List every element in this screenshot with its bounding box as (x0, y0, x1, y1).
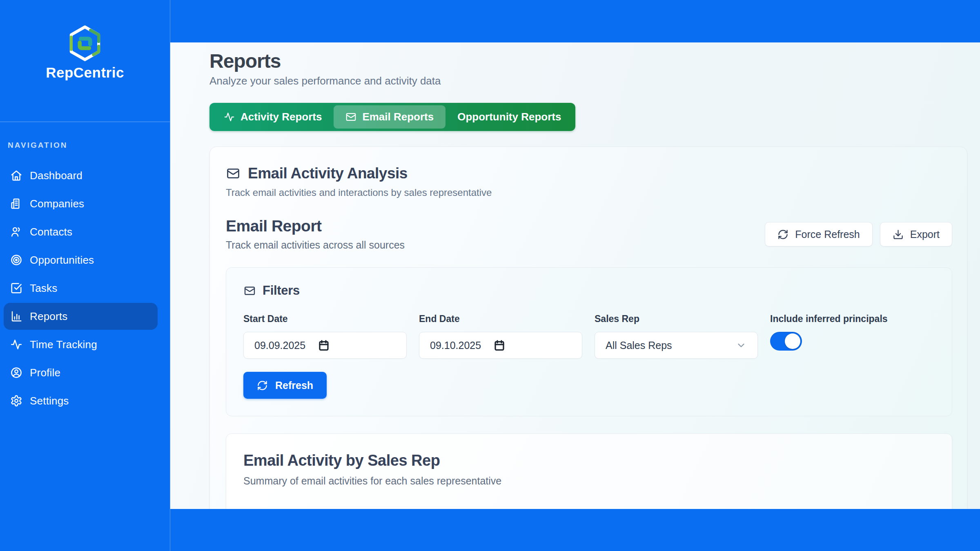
activity-icon (10, 338, 22, 351)
email-report-subtitle: Track email activities across all source… (226, 239, 405, 251)
download-icon (893, 229, 904, 240)
check-square-icon (10, 282, 22, 294)
refresh-button[interactable]: Refresh (243, 372, 327, 399)
calendar-icon[interactable] (318, 339, 330, 351)
toggle-knob (785, 333, 800, 349)
end-date-value: 09.10.2025 (430, 340, 481, 351)
nav-item-label: Tasks (30, 282, 57, 295)
tab-email-reports[interactable]: Email Reports (334, 105, 445, 129)
email-activity-by-rep-card: Email Activity by Sales Rep Summary of e… (226, 433, 952, 509)
email-activity-by-rep-subtitle: Summary of email activities for each sal… (243, 475, 935, 487)
email-analysis-title: Email Activity Analysis (248, 165, 408, 182)
refresh-label: Refresh (275, 380, 313, 391)
end-date-field: End Date 09.10.2025 (419, 313, 582, 359)
include-inferred-principals-toggle[interactable] (770, 332, 802, 351)
end-date-label: End Date (419, 313, 582, 324)
email-report-heading: Email Report Track email activities acro… (226, 217, 405, 251)
refresh-icon (777, 229, 788, 240)
nav-item-label: Profile (30, 367, 60, 379)
refresh-icon (257, 380, 268, 391)
page-subtitle: Analyze your sales performance and activ… (209, 75, 967, 87)
sidebar-divider (0, 122, 170, 122)
main-panel: Reports Analyze your sales performance a… (170, 42, 980, 509)
mail-icon (345, 111, 356, 122)
repcentric-logo-icon (68, 25, 102, 61)
brand-name: RepCentric (46, 64, 124, 81)
nav-section-label: NAVIGATION (0, 141, 170, 150)
sidebar-item-settings[interactable]: Settings (4, 387, 158, 414)
building-icon (10, 198, 22, 210)
start-date-field: Start Date 09.09.2025 (243, 313, 407, 359)
user-circle-icon (10, 367, 22, 379)
sidebar: RepCentric NAVIGATION Dashboard Companie… (0, 0, 170, 551)
chevron-down-icon (735, 340, 747, 351)
mail-icon (226, 167, 241, 180)
export-label: Export (910, 229, 940, 240)
nav-item-label: Companies (30, 198, 84, 210)
sales-rep-select[interactable]: All Sales Reps (595, 332, 758, 359)
sidebar-item-contacts[interactable]: Contacts (4, 218, 158, 245)
include-inferred-field: Include inferred principals (770, 313, 935, 359)
include-inferred-label: Include inferred principals (770, 313, 935, 324)
nav-item-label: Settings (30, 395, 69, 407)
sidebar-item-tasks[interactable]: Tasks (4, 275, 158, 302)
sidebar-item-companies[interactable]: Companies (4, 190, 158, 217)
nav-item-label: Opportunities (30, 254, 94, 267)
start-date-label: Start Date (243, 313, 407, 324)
mail-icon (243, 285, 256, 297)
start-date-input[interactable]: 09.09.2025 (243, 332, 407, 359)
filters-header: Filters (243, 283, 935, 298)
sales-rep-value: All Sales Reps (606, 340, 672, 351)
report-actions: Force Refresh Export (765, 222, 952, 247)
force-refresh-label: Force Refresh (795, 229, 860, 240)
calendar-icon[interactable] (493, 339, 506, 351)
gear-icon (10, 395, 22, 407)
tab-opportunity-reports[interactable]: Opportunity Reports (445, 105, 573, 129)
sidebar-item-time-tracking[interactable]: Time Tracking (4, 331, 158, 358)
export-button[interactable]: Export (880, 222, 952, 247)
force-refresh-button[interactable]: Force Refresh (765, 222, 872, 247)
tab-label: Activity Reports (241, 111, 322, 123)
nav-item-label: Time Tracking (30, 338, 97, 351)
tab-activity-reports[interactable]: Activity Reports (212, 105, 334, 129)
email-report-row: Email Report Track email activities acro… (226, 217, 952, 251)
email-analysis-card: Email Activity Analysis Track email acti… (209, 147, 967, 509)
page-title: Reports (209, 50, 967, 72)
sidebar-item-opportunities[interactable]: Opportunities (4, 247, 158, 273)
email-analysis-subtitle: Track email activities and interactions … (226, 187, 952, 198)
email-analysis-header: Email Activity Analysis (226, 165, 952, 182)
tab-label: Email Reports (362, 111, 434, 123)
sales-rep-field: Sales Rep All Sales Reps (595, 313, 758, 359)
sidebar-item-dashboard[interactable]: Dashboard (4, 162, 158, 189)
end-date-input[interactable]: 09.10.2025 (419, 332, 582, 359)
filters-title: Filters (263, 283, 300, 298)
filter-grid: Start Date 09.09.2025 End Date 09.10.202… (243, 313, 935, 359)
filters-card: Filters Start Date 09.09.2025 End Date 0… (226, 267, 952, 416)
tab-label: Opportunity Reports (457, 111, 561, 123)
home-icon (10, 169, 22, 182)
bar-chart-icon (10, 310, 22, 322)
sidebar-item-profile[interactable]: Profile (4, 359, 158, 386)
sidebar-nav: Dashboard Companies Contacts Opportuniti… (0, 162, 170, 415)
activity-icon (224, 111, 235, 122)
target-icon (10, 254, 22, 266)
sidebar-item-reports[interactable]: Reports (4, 303, 158, 330)
email-activity-by-rep-title: Email Activity by Sales Rep (243, 452, 935, 469)
nav-item-label: Reports (30, 310, 67, 323)
nav-item-label: Contacts (30, 226, 72, 238)
users-icon (10, 226, 22, 238)
brand[interactable]: RepCentric (0, 0, 170, 81)
email-report-title: Email Report (226, 217, 405, 235)
nav-item-label: Dashboard (30, 169, 82, 182)
sales-rep-label: Sales Rep (595, 313, 758, 324)
start-date-value: 09.09.2025 (254, 340, 305, 351)
report-tabs: Activity Reports Email Reports Opportuni… (209, 103, 575, 131)
